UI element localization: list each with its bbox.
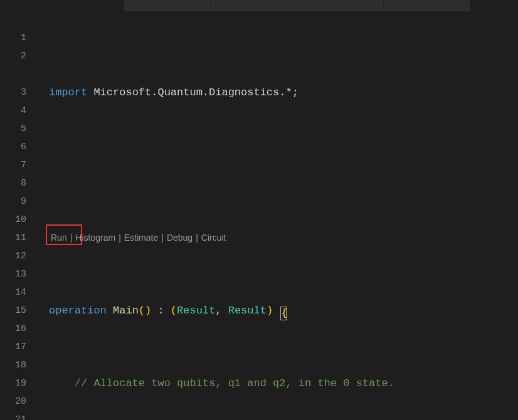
line-number: 19 <box>0 374 38 392</box>
tab-slot[interactable] <box>124 0 211 11</box>
code-line <box>49 156 518 174</box>
colon: : <box>151 305 171 317</box>
paren: () <box>139 305 151 317</box>
tab-slot[interactable] <box>384 0 470 11</box>
line-number: 6 <box>0 138 38 156</box>
codelens-circuit[interactable]: Circuit <box>199 229 228 247</box>
codelens-estimate[interactable]: Estimate <box>122 229 160 247</box>
type-result: Result <box>228 305 267 317</box>
line-number: 12 <box>0 247 38 265</box>
line-number: 20 <box>0 392 38 411</box>
codelens-separator: | <box>69 229 74 247</box>
keyword-operation: operation <box>49 305 107 317</box>
comma: , <box>215 305 228 317</box>
tab-slot[interactable] <box>211 0 297 11</box>
line-number: 16 <box>0 320 38 338</box>
line-number: 3 <box>0 83 38 102</box>
line-number: 8 <box>0 174 38 192</box>
line-number: 17 <box>0 338 38 356</box>
line-number: 13 <box>0 265 38 283</box>
line-number: 1 <box>0 29 38 47</box>
code-editor[interactable]: 1 2 3 4 5 6 7 8 9 10 11 12 13 14 15 16 1… <box>0 11 518 420</box>
tab-slot[interactable] <box>297 0 384 11</box>
line-number: 21 <box>0 411 38 420</box>
line-number: 11 <box>0 229 38 247</box>
tab-bar <box>0 0 518 11</box>
line-number: 10 <box>0 211 38 229</box>
codelens-histogram[interactable]: Histogram <box>73 229 117 247</box>
line-number: 5 <box>0 120 38 138</box>
line-number: 9 <box>0 192 38 211</box>
code-area[interactable]: import Microsoft.Quantum.Diagnostics.*; … <box>38 11 518 420</box>
codelens-separator: | <box>160 229 165 247</box>
comment: // Allocate two qubits, q1 and q2, in th… <box>75 377 394 389</box>
line-number: 15 <box>0 302 38 320</box>
line-number: 2 <box>0 47 38 65</box>
type-result: Result <box>177 305 215 317</box>
cursor: { <box>280 307 287 320</box>
codelens-row: Run | Histogram | Estimate | Debug | Cir… <box>49 229 518 247</box>
function-main: Main <box>113 305 139 317</box>
line-number: 7 <box>0 156 38 174</box>
code-line: // Allocate two qubits, q1 and q2, in th… <box>49 374 518 392</box>
paren: ) <box>267 305 273 317</box>
keyword-import: import <box>49 87 87 98</box>
code-line: import Microsoft.Quantum.Diagnostics.*; <box>49 83 518 102</box>
paren: ( <box>171 305 177 317</box>
line-number: 14 <box>0 283 38 302</box>
line-number: 4 <box>0 102 38 120</box>
namespace: Microsoft.Quantum.Diagnostics.*; <box>87 87 299 98</box>
code-line: operation Main() : (Result, Result) { <box>49 302 518 320</box>
tab-slot[interactable] <box>38 0 124 11</box>
codelens-separator: | <box>117 229 122 247</box>
line-number: 18 <box>0 356 38 374</box>
codelens-debug[interactable]: Debug <box>165 229 194 247</box>
codelens-separator: | <box>194 229 199 247</box>
line-number-gutter: 1 2 3 4 5 6 7 8 9 10 11 12 13 14 15 16 1… <box>0 11 38 420</box>
codelens-run[interactable]: Run <box>49 229 69 247</box>
